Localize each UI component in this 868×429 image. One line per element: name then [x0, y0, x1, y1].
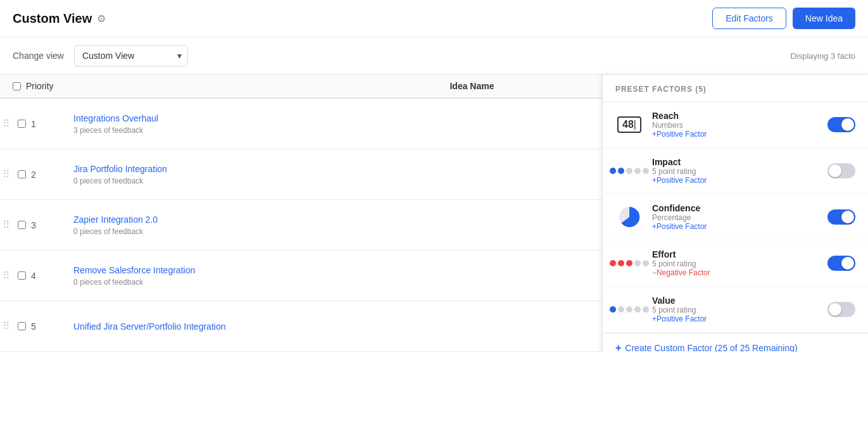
dot — [618, 306, 624, 313]
pie-chart-icon — [618, 206, 641, 228]
page-title: Custom View — [13, 11, 92, 26]
dot — [626, 168, 632, 174]
dot — [634, 168, 641, 174]
drag-handle[interactable]: ⠿ — [0, 149, 13, 199]
factor-item-effort: Effort 5 point rating−Negative Factor — [603, 240, 868, 287]
factor-info-effort: Effort 5 point rating−Negative Factor — [652, 249, 819, 277]
row-meta: 1 — [13, 99, 63, 149]
factor-name: Value — [652, 295, 819, 306]
displaying-text: Displaying 3 facto — [790, 51, 855, 61]
row-number: 1 — [31, 119, 44, 129]
change-view-label: Change view — [13, 51, 64, 61]
row-meta: 2 — [13, 149, 63, 199]
factor-sub: 5 point rating+Positive Factor — [652, 167, 819, 185]
panel-header: PRESET FACTORS (5) — [603, 75, 868, 102]
row-number: 2 — [31, 170, 44, 180]
dot — [618, 168, 624, 174]
confidence-toggle[interactable] — [827, 209, 855, 225]
dot — [634, 306, 641, 313]
drag-handle[interactable]: ⠿ — [0, 251, 13, 301]
factor-info-reach: Reach Numbers+Positive Factor — [652, 111, 819, 139]
toggle-thumb — [841, 118, 854, 131]
main-content: Priority Idea Name ⠿ 1 Integrations Over… — [0, 75, 868, 352]
drag-handle[interactable]: ⠿ — [0, 301, 13, 351]
dot — [610, 260, 616, 266]
dot — [643, 168, 649, 174]
dot — [626, 306, 632, 313]
view-select[interactable]: Custom View Default View Priority View — [74, 45, 188, 66]
gear-icon[interactable]: ⚙ — [97, 13, 106, 25]
value-icon — [615, 306, 643, 313]
factor-item-value: Value 5 point rating+Positive Factor — [603, 287, 868, 333]
factor-name: Confidence — [652, 203, 819, 213]
polarity-label: +Positive Factor — [652, 314, 707, 323]
toolbar: Change view Custom View Default View Pri… — [0, 37, 868, 75]
factor-sub: 5 point rating−Negative Factor — [652, 259, 819, 277]
dot — [634, 260, 641, 266]
row-checkbox[interactable] — [18, 322, 26, 330]
priority-column-header: Priority — [13, 81, 89, 91]
toggle-thumb — [841, 257, 854, 270]
row-checkbox[interactable] — [18, 170, 26, 178]
factor-item-impact: Impact 5 point rating+Positive Factor — [603, 148, 868, 194]
dot — [610, 306, 616, 313]
view-select-wrapper[interactable]: Custom View Default View Priority View ▾ — [74, 45, 188, 66]
confidence-icon — [615, 206, 643, 228]
factor-info-value: Value 5 point rating+Positive Factor — [652, 295, 819, 323]
preset-factors-panel: PRESET FACTORS (5) 48 Reach Numbers+Posi… — [602, 75, 868, 352]
impact-toggle[interactable] — [827, 163, 855, 178]
polarity-label: +Positive Factor — [652, 130, 707, 139]
dots-icon — [610, 260, 649, 266]
plus-icon: + — [615, 342, 621, 352]
effort-icon — [615, 260, 643, 266]
row-number: 3 — [31, 220, 44, 230]
row-number: 5 — [31, 321, 44, 332]
effort-toggle[interactable] — [827, 256, 855, 271]
dots-icon — [610, 168, 649, 174]
factor-item-confidence: Confidence Percentage+Positive Factor — [603, 194, 868, 240]
row-meta: 5 — [13, 301, 63, 351]
row-number: 4 — [31, 271, 44, 281]
header-buttons: Edit Factors New Idea — [712, 8, 855, 29]
polarity-label: −Negative Factor — [652, 268, 710, 277]
number-icon: 48 — [617, 116, 641, 133]
drag-handle[interactable]: ⠿ — [0, 200, 13, 250]
factor-name: Reach — [652, 111, 819, 121]
dot — [643, 306, 649, 313]
toggle-thumb — [829, 165, 841, 177]
reach-icon: 48 — [615, 116, 643, 133]
impact-icon — [615, 168, 643, 174]
panel-footer: + Create Custom Factor (25 of 25 Remaini… — [603, 333, 868, 352]
row-checkbox[interactable] — [18, 221, 26, 229]
polarity-label: +Positive Factor — [652, 222, 707, 231]
factor-name: Impact — [652, 157, 819, 167]
dot — [618, 260, 624, 266]
factor-sub: Percentage+Positive Factor — [652, 213, 819, 231]
select-all-checkbox[interactable] — [13, 82, 21, 90]
value-toggle[interactable] — [827, 302, 855, 317]
factor-sub: Numbers+Positive Factor — [652, 121, 819, 139]
header-left: Custom View ⚙ — [13, 11, 106, 26]
row-meta: 4 — [13, 251, 63, 301]
create-custom-label: Create Custom Factor (25 of 25 Remaining… — [625, 343, 797, 352]
page-header: Custom View ⚙ Edit Factors New Idea — [0, 0, 868, 37]
drag-handle[interactable]: ⠿ — [0, 99, 13, 149]
dot — [626, 260, 632, 266]
priority-label: Priority — [26, 81, 54, 91]
dots-icon — [610, 306, 649, 313]
dot — [610, 168, 616, 174]
factor-name: Effort — [652, 249, 819, 259]
new-idea-button[interactable]: New Idea — [793, 8, 855, 29]
reach-toggle[interactable] — [827, 117, 855, 132]
factor-item-reach: 48 Reach Numbers+Positive Factor — [603, 102, 868, 148]
factor-sub: 5 point rating+Positive Factor — [652, 306, 819, 323]
row-checkbox[interactable] — [18, 271, 26, 280]
row-meta: 3 — [13, 200, 63, 250]
toggle-thumb — [829, 303, 841, 316]
factor-info-impact: Impact 5 point rating+Positive Factor — [652, 157, 819, 185]
create-custom-factor-button[interactable]: + Create Custom Factor (25 of 25 Remaini… — [615, 342, 798, 352]
edit-factors-button[interactable]: Edit Factors — [712, 8, 786, 29]
toggle-thumb — [841, 211, 854, 223]
factor-info-confidence: Confidence Percentage+Positive Factor — [652, 203, 819, 231]
row-checkbox[interactable] — [18, 120, 26, 128]
